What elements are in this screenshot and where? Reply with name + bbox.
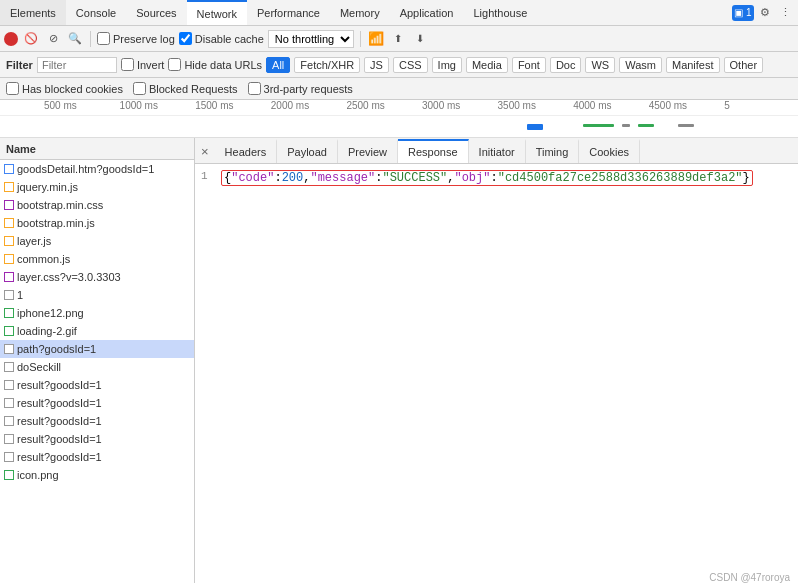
devtools-right-icons: ▣ 1 ⚙ ⋮: [732, 4, 798, 22]
timeline-bar-1: [527, 124, 543, 130]
tab-application[interactable]: Application: [390, 0, 464, 26]
devtools-more-icon[interactable]: ⋮: [776, 4, 794, 22]
file-item-13[interactable]: result?goodsId=1: [0, 394, 194, 412]
img-icon-17: [4, 470, 14, 480]
css-icon-6: [4, 272, 14, 282]
img-icon-9: [4, 326, 14, 336]
blocked-row: Has blocked cookies Blocked Requests 3rd…: [0, 78, 798, 100]
file-item-0[interactable]: goodsDetail.htm?goodsId=1: [0, 160, 194, 178]
file-item-5[interactable]: common.js: [0, 250, 194, 268]
tab-timing[interactable]: Timing: [526, 139, 580, 163]
file-item-11[interactable]: doSeckill: [0, 358, 194, 376]
timeline-label-1: 1000 ms: [118, 100, 194, 115]
disable-cache-label[interactable]: Disable cache: [179, 32, 264, 45]
tab-sources[interactable]: Sources: [126, 0, 186, 26]
file-item-6[interactable]: layer.css?v=3.0.3303: [0, 268, 194, 286]
timeline: 500 ms 1000 ms 1500 ms 2000 ms 2500 ms 3…: [0, 100, 798, 138]
search-icon[interactable]: 🔍: [66, 30, 84, 48]
doc-icon-14: [4, 416, 14, 426]
tab-lighthouse[interactable]: Lighthouse: [463, 0, 537, 26]
close-panel-button[interactable]: ×: [195, 139, 215, 163]
file-item-9[interactable]: loading-2.gif: [0, 322, 194, 340]
js-icon-4: [4, 236, 14, 246]
filter-tag-font[interactable]: Font: [512, 57, 546, 73]
filter-input[interactable]: [37, 57, 117, 73]
file-item-17[interactable]: icon.png: [0, 466, 194, 484]
file-item-15[interactable]: result?goodsId=1: [0, 430, 194, 448]
file-item-16[interactable]: result?goodsId=1: [0, 448, 194, 466]
file-item-14[interactable]: result?goodsId=1: [0, 412, 194, 430]
img-icon-8: [4, 308, 14, 318]
filter-tag-media[interactable]: Media: [466, 57, 508, 73]
third-party-label[interactable]: 3rd-party requests: [248, 82, 353, 95]
upload-icon: ⬆: [389, 30, 407, 48]
filter-tag-all[interactable]: All: [266, 57, 290, 73]
timeline-label-7: 4000 ms: [571, 100, 647, 115]
file-item-7[interactable]: 1: [0, 286, 194, 304]
filter-tag-ws[interactable]: WS: [585, 57, 615, 73]
tab-headers[interactable]: Headers: [215, 139, 278, 163]
preserve-log-checkbox[interactable]: [97, 32, 110, 45]
tab-cookies[interactable]: Cookies: [579, 139, 640, 163]
hide-data-urls-label[interactable]: Hide data URLs: [168, 58, 262, 71]
devtools-message-icon[interactable]: ▣ 1: [732, 5, 754, 21]
devtools-settings-icon[interactable]: ⚙: [756, 4, 774, 22]
timeline-label-4: 2500 ms: [344, 100, 420, 115]
third-party-checkbox[interactable]: [248, 82, 261, 95]
tab-preview[interactable]: Preview: [338, 139, 398, 163]
tab-initiator[interactable]: Initiator: [469, 139, 526, 163]
filter-tag-img[interactable]: Img: [432, 57, 462, 73]
record-button[interactable]: [4, 32, 18, 46]
file-item-12[interactable]: result?goodsId=1: [0, 376, 194, 394]
css-icon-2: [4, 200, 14, 210]
filter-tag-other[interactable]: Other: [724, 57, 764, 73]
tab-console[interactable]: Console: [66, 0, 126, 26]
js-icon-3: [4, 218, 14, 228]
filter-tag-wasm[interactable]: Wasm: [619, 57, 662, 73]
filter-tag-doc[interactable]: Doc: [550, 57, 582, 73]
tab-performance[interactable]: Performance: [247, 0, 330, 26]
file-list: Name goodsDetail.htm?goodsId=1 jquery.mi…: [0, 138, 195, 583]
file-item-8[interactable]: iphone12.png: [0, 304, 194, 322]
watermark: CSDN @47roroya: [709, 572, 790, 583]
throttle-select[interactable]: No throttling: [268, 30, 354, 48]
blocked-cookies-checkbox[interactable]: [6, 82, 19, 95]
timeline-bar-4: [638, 124, 654, 127]
file-item-1[interactable]: jquery.min.js: [0, 178, 194, 196]
doc-icon-10: [4, 344, 14, 354]
filter-tag-manifest[interactable]: Manifest: [666, 57, 720, 73]
file-item-2[interactable]: bootstrap.min.css: [0, 196, 194, 214]
timeline-label-0: 500 ms: [4, 100, 118, 115]
blocked-requests-label[interactable]: Blocked Requests: [133, 82, 238, 95]
filter-tag-css[interactable]: CSS: [393, 57, 428, 73]
blocked-requests-checkbox[interactable]: [133, 82, 146, 95]
disable-cache-checkbox[interactable]: [179, 32, 192, 45]
tab-memory[interactable]: Memory: [330, 0, 390, 26]
blocked-cookies-label[interactable]: Has blocked cookies: [6, 82, 123, 95]
timeline-label-6: 3500 ms: [496, 100, 572, 115]
filter-icon[interactable]: ⊘: [44, 30, 62, 48]
file-item-3[interactable]: bootstrap.min.js: [0, 214, 194, 232]
timeline-bar-5: [678, 124, 694, 127]
timeline-label-8: 4500 ms: [647, 100, 723, 115]
file-list-header: Name: [0, 138, 194, 160]
clear-button[interactable]: 🚫: [22, 30, 40, 48]
main-content: Name goodsDetail.htm?goodsId=1 jquery.mi…: [0, 138, 798, 583]
js-icon-1: [4, 182, 14, 192]
filter-bar: Filter Invert Hide data URLs All Fetch/X…: [0, 52, 798, 78]
hide-data-urls-checkbox[interactable]: [168, 58, 181, 71]
invert-checkbox[interactable]: [121, 58, 134, 71]
tab-elements[interactable]: Elements: [0, 0, 66, 26]
invert-label[interactable]: Invert: [121, 58, 165, 71]
file-item-4[interactable]: layer.js: [0, 232, 194, 250]
filter-tag-js[interactable]: JS: [364, 57, 389, 73]
response-line-1: 1 {"code":200,"message":"SUCCESS","obj":…: [201, 170, 792, 186]
sep1: [90, 31, 91, 47]
tab-response[interactable]: Response: [398, 139, 469, 163]
preserve-log-label[interactable]: Preserve log: [97, 32, 175, 45]
filter-tag-fetch[interactable]: Fetch/XHR: [294, 57, 360, 73]
file-item-10[interactable]: path?goodsId=1: [0, 340, 194, 358]
tab-payload[interactable]: Payload: [277, 139, 338, 163]
tab-network[interactable]: Network: [187, 0, 247, 26]
wifi-icon[interactable]: 📶: [367, 30, 385, 48]
